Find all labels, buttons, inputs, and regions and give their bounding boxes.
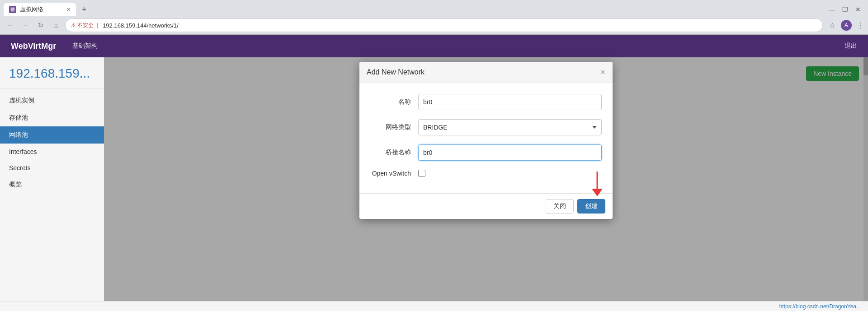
warning-icon: ⚠ [71, 22, 76, 28]
modal-close-btn[interactable]: × [600, 68, 605, 76]
home-btn[interactable]: ⌂ [50, 19, 62, 32]
close-button[interactable]: 关闭 [546, 199, 574, 214]
tab-favicon [9, 6, 16, 13]
minimize-btn[interactable]: — [829, 6, 835, 13]
forward-btn[interactable]: → [19, 19, 32, 32]
modal-body: 名称 网络类型 BRIDGE NAT ISOLATED [359, 83, 613, 193]
restore-btn[interactable]: ❐ [842, 6, 848, 13]
tab-title: 虚拟网络 [20, 5, 43, 14]
name-label: 名称 [370, 98, 411, 106]
name-field-row: 名称 [370, 94, 602, 110]
status-bar: https://blog.csdn.net/DragonYea... [0, 301, 868, 311]
window-controls: — ❐ ✕ [829, 6, 864, 13]
sidebar-item-network[interactable]: 网络池 [0, 126, 104, 144]
nav-infrastructure[interactable]: 基础架构 [67, 42, 103, 50]
status-url: https://blog.csdn.net/DragonYea... [779, 303, 861, 310]
sidebar-item-overview[interactable]: 概览 [0, 176, 104, 193]
browser-chrome: 虚拟网络 × + — ❐ ✕ ← → ↻ ⌂ ⚠ 不安全 | 192.168.1… [0, 0, 868, 35]
page-title: 192.168.159... [0, 66, 104, 88]
reload-btn[interactable]: ↻ [34, 19, 47, 32]
sidebar: 192.168.159... 虚机实例 存储池 网络池 Interfaces S… [0, 57, 104, 311]
active-tab[interactable]: 虚拟网络 × [4, 3, 76, 16]
ovs-checkbox[interactable] [418, 170, 425, 177]
app-logo: WebVirtMgr [11, 42, 56, 51]
app-header: WebVirtMgr 基础架构 退出 [0, 35, 868, 57]
new-tab-btn[interactable]: + [78, 3, 90, 16]
modal-wrapper: Add New Network × 名称 网络类型 B [104, 57, 868, 311]
bookmark-icon[interactable]: ☆ [829, 21, 835, 30]
url-text: 192.168.159.144/networks/1/ [103, 22, 179, 29]
sidebar-divider [0, 88, 104, 88]
page-content: 192.168.159... 虚机实例 存储池 网络池 Interfaces S… [0, 57, 868, 311]
network-type-label: 网络类型 [370, 123, 411, 131]
back-btn[interactable]: ← [4, 19, 16, 32]
add-network-modal: Add New Network × 名称 网络类型 B [359, 62, 613, 219]
security-warning: ⚠ 不安全 | [71, 22, 100, 29]
menu-icon[interactable]: ⋮ [857, 21, 864, 30]
logout-btn[interactable]: 退出 [844, 42, 857, 50]
modal-footer: 关闭 创建 [359, 193, 613, 219]
bridge-name-label: 桥接名称 [370, 149, 411, 157]
ovs-checkbox-wrapper [418, 170, 425, 177]
modal-title: Add New Network [367, 68, 425, 76]
ovs-label: Open vSwitch [370, 170, 411, 177]
main-area: New Instance Add New Network × 名称 [104, 57, 868, 311]
sidebar-item-storage[interactable]: 存储池 [0, 109, 104, 126]
address-bar[interactable]: ⚠ 不安全 | 192.168.159.144/networks/1/ [65, 19, 823, 32]
create-button[interactable]: 创建 [577, 199, 605, 214]
tab-bar: 虚拟网络 × + — ❐ ✕ [0, 0, 868, 16]
profile-avatar[interactable]: A [841, 20, 852, 31]
name-input[interactable] [418, 94, 602, 110]
address-bar-row: ← → ↻ ⌂ ⚠ 不安全 | 192.168.159.144/networks… [0, 16, 868, 34]
network-type-field-row: 网络类型 BRIDGE NAT ISOLATED [370, 119, 602, 135]
tab-close-btn[interactable]: × [67, 6, 71, 13]
ovs-field-row: Open vSwitch [370, 170, 602, 177]
network-type-select[interactable]: BRIDGE NAT ISOLATED [418, 119, 602, 135]
address-bar-actions: ☆ A ⋮ [829, 20, 864, 31]
sidebar-item-vm[interactable]: 虚机实例 [0, 92, 104, 109]
sidebar-item-secrets[interactable]: Secrets [0, 160, 104, 176]
sidebar-item-interfaces[interactable]: Interfaces [0, 144, 104, 160]
bridge-name-input[interactable] [418, 144, 602, 161]
bridge-name-field-row: 桥接名称 [370, 144, 602, 161]
modal-header: Add New Network × [359, 62, 613, 83]
close-btn[interactable]: ✕ [855, 6, 861, 13]
